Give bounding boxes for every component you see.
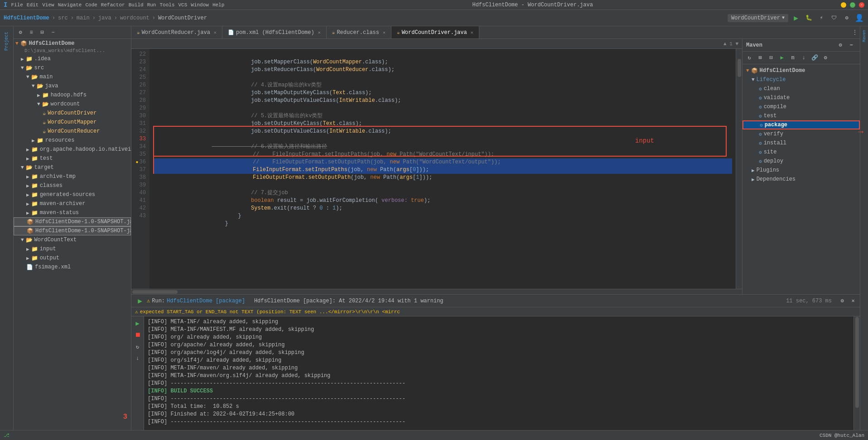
maven-strip[interactable]: Maven xyxy=(862,26,867,46)
tree-output[interactable]: ▶ 📁 output xyxy=(14,253,131,263)
tab-reducerclass[interactable]: ☕ Reducer.class ✕ xyxy=(327,26,391,39)
panel-settings-button[interactable]: ⚙ xyxy=(837,296,847,306)
tree-maven-status[interactable]: ▶ 📁 maven-status xyxy=(14,208,131,217)
maven-validate[interactable]: ⚙ validate xyxy=(743,93,860,102)
coverage-button[interactable]: 🛡 xyxy=(829,13,839,23)
maven-download-button[interactable]: ↓ xyxy=(799,53,809,63)
tab-pomxml[interactable]: 📄 pom.xml (HdfsClientDome) ✕ xyxy=(222,26,327,39)
menu-build[interactable]: Build xyxy=(129,2,144,8)
tree-hadoop-hdfs[interactable]: ▶ 📁 hadoop.hdfs xyxy=(14,91,131,100)
maven-test[interactable]: ⚙ test xyxy=(743,111,860,120)
maven-lifecycle[interactable]: ▼ Lifecycle xyxy=(743,75,860,84)
tree-jar-snapshot-wi[interactable]: 📦 HdfsClientDome-1.0-SNAPSHOT-jar-wi... xyxy=(14,226,131,235)
maven-plugins[interactable]: ▶ Plugins xyxy=(743,166,860,175)
rerun-button[interactable]: ▶ xyxy=(135,296,145,306)
tree-jar-snapshot[interactable]: 📦 HdfsClientDome-1.0-SNAPSHOT.jar xyxy=(14,217,131,226)
maven-compile[interactable]: ⚙ compile xyxy=(743,102,860,111)
tree-target[interactable]: ▼ 📂 target xyxy=(14,163,131,172)
maven-run-button[interactable]: ▶ xyxy=(777,53,787,63)
console-output[interactable]: [INFO] META-INF/ already added, skipping… xyxy=(144,316,854,430)
maven-install[interactable]: ⚙ install xyxy=(743,139,860,148)
menu-navigate[interactable]: Navigate xyxy=(58,2,82,8)
tree-wordcountdriver[interactable]: ☕ WordCountDriver xyxy=(14,109,131,118)
tree-resources[interactable]: ▶ 📁 resources xyxy=(14,136,131,145)
menu-window[interactable]: Window xyxy=(191,2,209,8)
tree-idea[interactable]: ▶ 📁 .idea xyxy=(14,54,131,63)
run-project-link[interactable]: HdfsClientDome [package] xyxy=(167,298,245,304)
maven-hide-button[interactable]: − xyxy=(846,40,856,50)
scrollbar-thumb[interactable] xyxy=(738,59,741,77)
tab-pom-close[interactable]: ✕ xyxy=(318,30,321,35)
maven-site[interactable]: ⚙ site xyxy=(743,148,860,157)
tab-driver-close[interactable]: ✕ xyxy=(471,30,473,35)
tree-classes[interactable]: ▶ 📁 classes xyxy=(14,181,131,190)
tree-hide-button[interactable]: − xyxy=(48,28,58,38)
maven-root[interactable]: ▼ 📦 HdfsClientDome xyxy=(743,66,860,75)
console-run-button[interactable]: ▶ xyxy=(133,318,143,328)
menu-view[interactable]: View xyxy=(42,2,54,8)
minimize-button[interactable]: − xyxy=(841,2,846,8)
tree-java[interactable]: ▼ 📂 java xyxy=(14,81,131,91)
tree-org-apache[interactable]: ▶ 📁 org.apache.hadoop.io.nativeio xyxy=(14,145,131,154)
menu-refactor[interactable]: Refactor xyxy=(101,2,125,8)
maven-dependencies[interactable]: ▶ Dependencies xyxy=(743,175,860,184)
tree-maven-archiver[interactable]: ▶ 📁 maven-archiver xyxy=(14,199,131,208)
tree-fsimage[interactable]: 📄 fsimage.xml xyxy=(14,263,131,272)
maven-deploy[interactable]: ⚙ deploy xyxy=(743,157,860,166)
menu-file[interactable]: File xyxy=(11,2,23,8)
code-content[interactable]: job.setMapperClass(WordCountMapper.class… xyxy=(149,49,736,289)
tree-settings-button[interactable]: ⚙ xyxy=(15,28,25,38)
maximize-button[interactable]: □ xyxy=(850,2,855,8)
console-stop-button[interactable]: ⏹ xyxy=(133,330,143,340)
git-branch-icon[interactable]: ⎇ xyxy=(4,432,10,438)
tree-list-button[interactable]: ≡ xyxy=(26,28,36,38)
maven-clean[interactable]: ⚙ clean xyxy=(743,84,860,93)
tab-wordcountdriver[interactable]: ☕ WordCountDriver.java ✕ xyxy=(391,26,479,39)
h-scrollbar-thumb[interactable] xyxy=(132,290,178,294)
vertical-scrollbar[interactable] xyxy=(736,49,742,289)
debug-button[interactable]: 🐛 xyxy=(804,13,814,23)
tree-archive-tmp[interactable]: ▶ 📁 archive-tmp xyxy=(14,172,131,181)
profile-button[interactable]: ⚡ xyxy=(816,13,826,23)
tab-wordcountreducer[interactable]: ☕ WordCountReducer.java ✕ xyxy=(131,26,222,39)
menu-help[interactable]: Help xyxy=(212,2,224,8)
maven-package[interactable]: ⚙ package xyxy=(743,120,860,129)
tree-wordcounttext[interactable]: ▼ 📂 WordCountText xyxy=(14,235,131,244)
tree-wordcountmapper[interactable]: ☕ WordCountMapper xyxy=(14,118,131,127)
maven-reload-button[interactable]: ↻ xyxy=(744,53,754,63)
console-scroll-button[interactable]: ↓ xyxy=(133,354,143,363)
tab-reducer-close[interactable]: ✕ xyxy=(214,30,217,35)
menu-edit[interactable]: Edit xyxy=(27,2,39,8)
settings-button[interactable]: ⚙ xyxy=(842,13,852,23)
maven-script-button[interactable]: m xyxy=(788,53,798,63)
tree-input[interactable]: ▶ 📁 input xyxy=(14,244,131,253)
maven-expand-button[interactable]: ⊞ xyxy=(755,53,765,63)
maven-settings2-button[interactable]: ⚙ xyxy=(820,53,830,63)
menu-vcs[interactable]: VCS xyxy=(178,2,188,8)
tree-wordcountreducer[interactable]: ☕ WordCountReducer xyxy=(14,127,131,136)
project-strip[interactable]: Project xyxy=(4,28,9,54)
menu-run[interactable]: Run xyxy=(147,2,156,8)
console-scrollbar-thumb[interactable] xyxy=(855,317,859,408)
menu-code[interactable]: Code xyxy=(85,2,97,8)
tab-reducerclass-close[interactable]: ✕ xyxy=(383,30,386,35)
horizontal-scrollbar[interactable] xyxy=(131,289,742,294)
menu-tools[interactable]: Tools xyxy=(159,2,174,8)
run-button[interactable]: ▶ xyxy=(791,13,801,23)
tree-test[interactable]: ▶ 📁 test xyxy=(14,154,131,163)
run-config-selector[interactable]: WordCountDriver ▼ xyxy=(728,14,788,22)
tree-main[interactable]: ▼ 📂 main xyxy=(14,72,131,81)
console-rerun-button[interactable]: ↻ xyxy=(133,342,143,352)
close-button[interactable]: ✕ xyxy=(859,2,864,8)
maven-verify[interactable]: ⚙ verify xyxy=(743,129,860,139)
tree-src[interactable]: ▼ 📂 src xyxy=(14,63,131,72)
maven-link-button[interactable]: 🔗 xyxy=(810,53,820,63)
maven-settings-button[interactable]: ⚙ xyxy=(835,40,845,50)
tree-root[interactable]: ▼ 📦 HdfsClientDome xyxy=(14,39,131,48)
tree-collapse-button[interactable]: ⊟ xyxy=(37,28,47,38)
tree-generated-sources[interactable]: ▶ 📁 generated-sources xyxy=(14,190,131,199)
tree-wordcount[interactable]: ▼ 📂 wordcount xyxy=(14,100,131,109)
tab-more-button[interactable]: ⋮ xyxy=(850,28,860,38)
panel-close-button[interactable]: ✕ xyxy=(848,296,858,306)
maven-collapse-button[interactable]: ⊟ xyxy=(766,53,776,63)
